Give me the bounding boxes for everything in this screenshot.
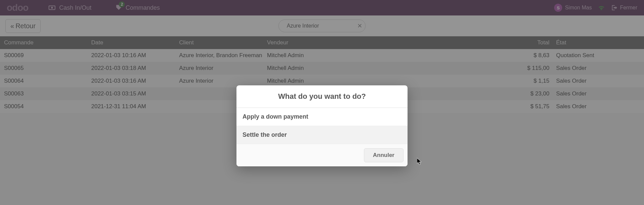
modal-title: What do you want to do? — [236, 85, 408, 108]
modal-option-downpayment[interactable]: Apply a down payment — [236, 108, 408, 126]
modal-footer: Annuler — [236, 144, 408, 166]
modal-option-settle[interactable]: Settle the order — [236, 126, 408, 144]
cancel-button[interactable]: Annuler — [364, 148, 404, 162]
action-modal: What do you want to do? Apply a down pay… — [236, 85, 408, 166]
